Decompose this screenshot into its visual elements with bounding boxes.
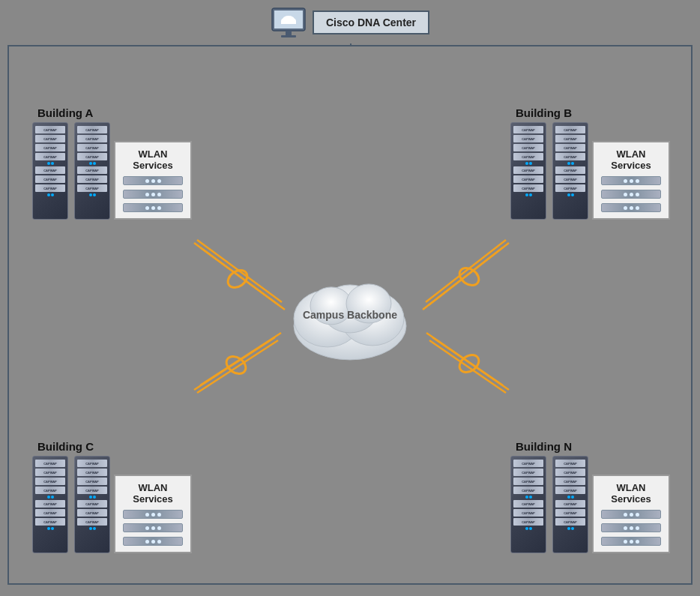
wlan-rack-n1 <box>601 510 661 519</box>
wlan-rack-b2 <box>601 190 661 199</box>
wlan-rack-a3 <box>123 203 183 212</box>
wlan-box-b: WLANServices <box>592 141 670 220</box>
building-c-label: Building C <box>37 440 94 453</box>
svg-point-23 <box>456 352 482 376</box>
building-c-cluster: CAPWAP CAPWAP CAPWAP CAPWAP CAPWAP CAPWA… <box>30 456 192 553</box>
server-tower-b2: CAPWAP CAPWAP CAPWAP CAPWAP CAPWAP CAPWA… <box>550 122 591 220</box>
cloud-container: Campus Backbone <box>268 255 432 370</box>
wlan-rack-b3 <box>601 203 661 212</box>
cisco-title: Cisco DNA Center <box>326 16 416 28</box>
building-group-b: Building B CAPWAP CAPWAP CAPWAP CAPWAP C… <box>508 106 670 220</box>
svg-line-12 <box>429 243 509 305</box>
building-group-a: Building A CAPWAP CAPWAP CAPWAP CAPWAP C… <box>30 106 192 220</box>
server-tower-n2: CAPWAP CAPWAP CAPWAP CAPWAP CAPWAP CAPWA… <box>550 456 591 553</box>
svg-line-20 <box>432 337 509 390</box>
cloud-label: Campus Backbone <box>303 309 397 321</box>
wlan-rack-a2 <box>123 190 183 199</box>
wlan-title-b: WLANServices <box>611 148 651 172</box>
server-tower-a2: CAPWAP CAPWAP CAPWAP CAPWAP CAPWAP CAPWA… <box>72 122 112 220</box>
svg-point-19 <box>223 353 249 377</box>
server-tower-c1: CAPWAP CAPWAP CAPWAP CAPWAP CAPWAP CAPWA… <box>30 456 70 553</box>
main-frame: Campus Backbone Building A CAPWAP CAPWAP… <box>7 45 693 585</box>
wlan-rack-b1 <box>601 176 661 185</box>
building-a-cluster: CAPWAP CAPWAP CAPWAP CAPWAP CAPWAP CAPWA… <box>30 122 192 220</box>
wlan-rack-a1 <box>123 176 183 185</box>
svg-line-22 <box>429 340 506 393</box>
wlan-rack-c1 <box>123 510 183 519</box>
svg-line-8 <box>194 243 279 305</box>
cisco-dna-center: Cisco DNA Center <box>271 7 429 38</box>
top-bar: Cisco DNA Center <box>0 0 700 45</box>
wlan-title-c: WLANServices <box>133 482 173 505</box>
svg-point-11 <box>225 267 250 291</box>
svg-rect-6 <box>286 31 292 35</box>
wlan-rack-c3 <box>123 537 183 546</box>
building-group-n: Building N CAPWAP CAPWAP CAPWAP CAPWAP C… <box>508 440 670 553</box>
server-tower-c2: CAPWAP CAPWAP CAPWAP CAPWAP CAPWAP CAPWA… <box>72 456 112 553</box>
wlan-box-n: WLANServices <box>592 475 670 553</box>
svg-point-15 <box>456 265 482 289</box>
server-tower-n1: CAPWAP CAPWAP CAPWAP CAPWAP CAPWAP CAPWA… <box>508 456 549 553</box>
wlan-box-c: WLANServices <box>114 475 192 553</box>
building-a-label: Building A <box>37 106 93 119</box>
svg-line-16 <box>194 337 275 390</box>
building-b-label: Building B <box>516 106 572 119</box>
building-b-cluster: CAPWAP CAPWAP CAPWAP CAPWAP CAPWAP CAPWA… <box>508 122 670 220</box>
wlan-title-a: WLANServices <box>133 148 173 172</box>
server-tower-b1: CAPWAP CAPWAP CAPWAP CAPWAP CAPWAP CAPWA… <box>508 122 549 220</box>
building-group-c: Building C CAPWAP CAPWAP CAPWAP CAPWAP C… <box>30 440 192 553</box>
svg-line-14 <box>426 240 506 302</box>
svg-line-18 <box>197 340 278 393</box>
wlan-rack-n3 <box>601 537 661 546</box>
monitor-icon <box>271 7 307 38</box>
wlan-box-a: WLANServices <box>114 141 192 220</box>
wlan-rack-c2 <box>123 523 183 532</box>
server-tower-a1: CAPWAP CAPWAP CAPWAP CAPWAP CAPWAP CAPWA… <box>30 122 70 220</box>
svg-rect-5 <box>281 21 296 24</box>
wlan-title-n: WLANServices <box>611 482 651 505</box>
svg-line-13 <box>423 247 503 310</box>
building-n-label: Building N <box>516 440 572 453</box>
cisco-label: Cisco DNA Center <box>313 10 429 34</box>
svg-rect-7 <box>281 35 296 37</box>
svg-line-21 <box>426 333 503 385</box>
building-n-cluster: CAPWAP CAPWAP CAPWAP CAPWAP CAPWAP CAPWA… <box>508 456 670 553</box>
wlan-rack-n2 <box>601 523 661 532</box>
